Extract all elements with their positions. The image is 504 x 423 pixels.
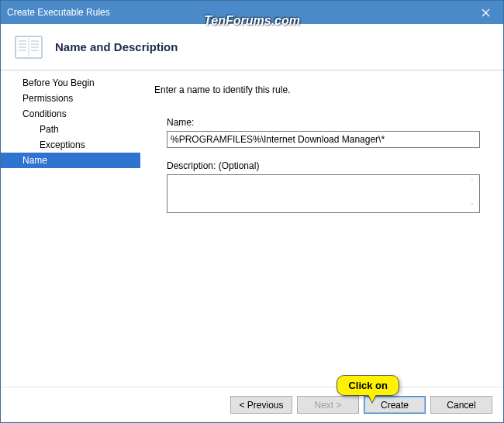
next-button: Next > (297, 396, 359, 414)
name-input[interactable] (167, 131, 480, 148)
sidebar-item-before-you-begin[interactable]: Before You Begin (1, 75, 140, 91)
instruction-text: Enter a name to identify this rule. (154, 84, 488, 95)
previous-button[interactable]: < Previous (230, 396, 292, 414)
scroll-up-icon: ˄ (467, 177, 478, 187)
close-icon (482, 9, 490, 17)
close-button[interactable] (468, 1, 503, 24)
sidebar-item-permissions[interactable]: Permissions (1, 91, 140, 106)
sidebar-nav: Before You BeginPermissionsConditionsPat… (1, 70, 140, 387)
content-area: Enter a name to identify this rule. Name… (140, 70, 503, 387)
name-label: Name: (167, 117, 480, 128)
cancel-button[interactable]: Cancel (430, 396, 492, 414)
wizard-header-icon (15, 36, 43, 59)
scroll-down-icon: ˅ (467, 200, 478, 211)
window-title: Create Executable Rules (7, 7, 110, 18)
sidebar-item-name[interactable]: Name (1, 153, 140, 168)
sidebar-item-exceptions[interactable]: Exceptions (1, 137, 140, 153)
footer-buttons: Click on < Previous Next > Create Cancel (1, 387, 503, 422)
sidebar-item-conditions[interactable]: Conditions (1, 106, 140, 122)
sidebar-item-path[interactable]: Path (1, 122, 140, 137)
description-label: Description: (Optional) (167, 160, 480, 171)
titlebar: Create Executable Rules (1, 1, 503, 24)
create-button[interactable]: Create (364, 396, 426, 414)
wizard-body: Before You BeginPermissionsConditionsPat… (1, 70, 503, 387)
page-title: Name and Description (55, 40, 178, 53)
description-input[interactable]: ˄ ˅ (167, 174, 480, 213)
wizard-header: Name and Description (1, 24, 503, 70)
wizard-window: Create Executable Rules TenForums.com Na… (0, 0, 504, 423)
